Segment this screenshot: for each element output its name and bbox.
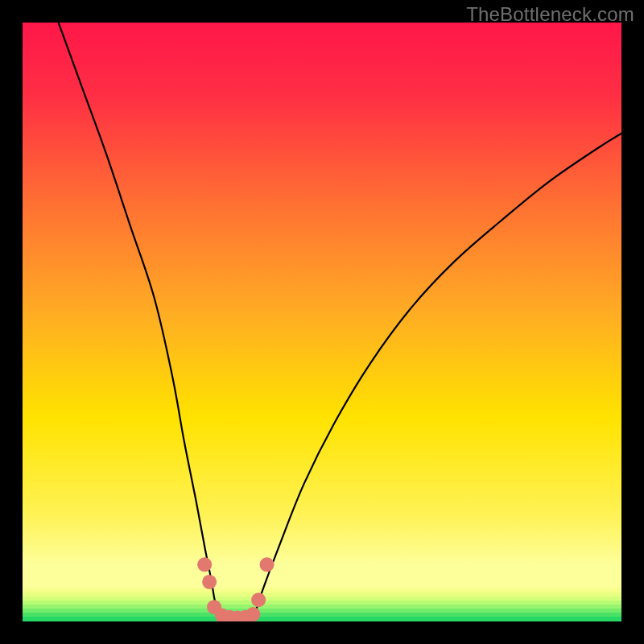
marker-dot — [246, 607, 260, 621]
curve-left — [59, 23, 218, 614]
marker-dot — [197, 557, 212, 572]
chart-frame: TheBottleneck.com — [0, 0, 644, 644]
marker-dot — [260, 557, 275, 572]
plot-area — [23, 23, 621, 621]
marker-dot — [251, 592, 266, 607]
curve-layer — [23, 23, 621, 621]
curve-right — [255, 134, 621, 614]
watermark-text: TheBottleneck.com — [466, 3, 634, 26]
marker-dot — [202, 575, 217, 589]
